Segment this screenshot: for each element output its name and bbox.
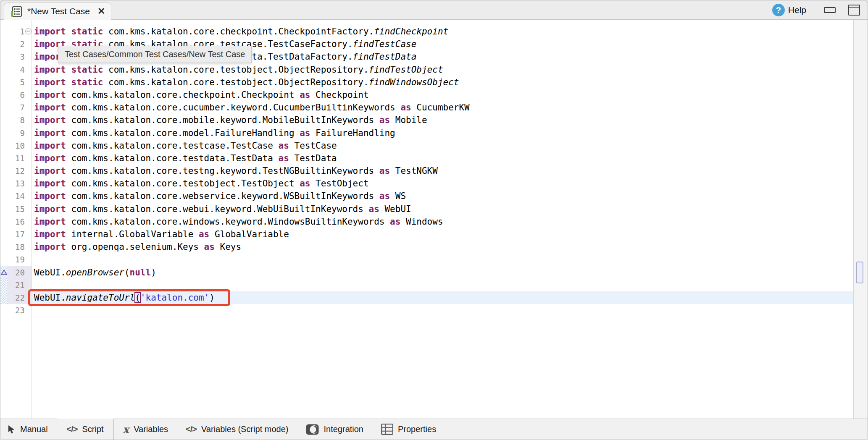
fold-margin-cell bbox=[25, 190, 32, 202]
fold-margin-cell bbox=[25, 279, 32, 291]
code-text[interactable]: import com.kms.katalon.core.cucumber.key… bbox=[32, 101, 853, 114]
question-icon: ? bbox=[772, 4, 785, 16]
code-icon: </> bbox=[186, 424, 197, 434]
fold-margin-cell bbox=[25, 215, 32, 228]
fold-margin-cell bbox=[25, 152, 32, 165]
code-text[interactable]: import static com.kms.katalon.core.check… bbox=[32, 25, 853, 38]
line-number: 11 bbox=[7, 152, 25, 165]
code-line[interactable]: 1import static com.kms.katalon.core.chec… bbox=[0, 25, 853, 38]
view-tab-label: Variables bbox=[134, 424, 168, 434]
code-line[interactable]: 4import static com.kms.katalon.core.test… bbox=[0, 63, 853, 76]
annotation-ruler-cell bbox=[0, 63, 7, 76]
code-line[interactable]: 9import com.kms.katalon.core.model.Failu… bbox=[0, 127, 853, 139]
annotation-ruler-cell bbox=[0, 38, 7, 50]
fold-margin-cell bbox=[25, 127, 32, 139]
code-editor[interactable]: 1import static com.kms.katalon.core.chec… bbox=[0, 20, 853, 419]
annotation-ruler-cell bbox=[0, 89, 7, 101]
fold-margin-cell bbox=[25, 89, 32, 101]
code-line[interactable]: 16import com.kms.katalon.core.windows.ke… bbox=[0, 215, 853, 228]
view-tab-variables[interactable]: xVariables bbox=[114, 419, 177, 440]
code-line[interactable]: 19 bbox=[0, 253, 853, 266]
maximize-icon[interactable] bbox=[848, 5, 860, 16]
code-text[interactable]: import static com.kms.katalon.core.testo… bbox=[32, 76, 853, 89]
collapse-fold-icon[interactable] bbox=[25, 28, 32, 34]
code-line[interactable]: 22WebUI.navigateToUrl('katalon.com') bbox=[0, 291, 853, 304]
code-text[interactable]: import com.kms.katalon.core.testcase.Tes… bbox=[32, 139, 853, 152]
line-number: 18 bbox=[7, 241, 25, 253]
code-text[interactable]: import com.kms.katalon.core.testng.keywo… bbox=[32, 165, 853, 177]
fold-margin-cell bbox=[25, 203, 32, 215]
code-line[interactable]: 5import static com.kms.katalon.core.test… bbox=[0, 76, 853, 89]
code-line[interactable]: 18import org.openqa.selenium.Keys as Key… bbox=[0, 241, 853, 253]
code-line[interactable]: 20WebUI.openBrowser(null) bbox=[0, 266, 853, 279]
annotation-ruler-cell bbox=[0, 279, 7, 291]
code-text[interactable] bbox=[32, 253, 853, 266]
view-tab-variables-script-mode[interactable]: </>Variables (Script mode) bbox=[177, 419, 297, 440]
integration-icon bbox=[306, 424, 319, 435]
view-tab-label: Properties bbox=[398, 424, 436, 434]
view-tab-integration[interactable]: Integration bbox=[297, 419, 372, 440]
code-text[interactable]: import com.kms.katalon.core.checkpoint.C… bbox=[32, 89, 853, 101]
line-number: 22 bbox=[7, 291, 25, 304]
overview-ruler-marker[interactable] bbox=[856, 262, 863, 283]
code-line[interactable]: 7import com.kms.katalon.core.cucumber.ke… bbox=[0, 101, 853, 114]
line-number: 21 bbox=[7, 279, 25, 291]
code-text[interactable]: import com.kms.katalon.core.windows.keyw… bbox=[32, 215, 853, 228]
code-line[interactable]: 8import com.kms.katalon.core.mobile.keyw… bbox=[0, 114, 853, 126]
code-text[interactable]: import com.kms.katalon.core.webservice.k… bbox=[32, 190, 853, 202]
code-text[interactable]: import com.kms.katalon.core.mobile.keywo… bbox=[32, 114, 853, 126]
code-text[interactable]: WebUI.navigateToUrl('katalon.com') bbox=[32, 291, 853, 304]
annotation-ruler-cell bbox=[0, 291, 7, 304]
view-tab-manual[interactable]: Manual bbox=[0, 419, 57, 440]
code-line[interactable]: 12import com.kms.katalon.core.testng.key… bbox=[0, 165, 853, 177]
code-line[interactable]: 21 bbox=[0, 279, 853, 291]
editor-tab-strip: *New Test Case ✕ ? Help bbox=[0, 0, 868, 20]
fold-margin-cell bbox=[25, 165, 32, 177]
code-line[interactable]: 11import com.kms.katalon.core.testdata.T… bbox=[0, 152, 853, 165]
line-number: 13 bbox=[7, 177, 25, 190]
line-number: 19 bbox=[7, 253, 25, 266]
close-icon[interactable]: ✕ bbox=[97, 7, 105, 16]
view-tab-bar: Manual</>ScriptxVariables</>Variables (S… bbox=[0, 419, 868, 440]
code-line[interactable]: 14import com.kms.katalon.core.webservice… bbox=[0, 190, 853, 202]
code-text[interactable]: import org.openqa.selenium.Keys as Keys bbox=[32, 241, 853, 253]
fold-margin-cell bbox=[25, 63, 32, 76]
overview-ruler[interactable] bbox=[853, 20, 868, 419]
line-number: 14 bbox=[7, 190, 25, 202]
code-text[interactable]: import internal.GlobalVariable as Global… bbox=[32, 228, 853, 241]
line-number: 2 bbox=[7, 38, 25, 50]
view-tab-label: Script bbox=[82, 424, 104, 434]
annotation-ruler-cell bbox=[0, 177, 7, 190]
code-text[interactable] bbox=[32, 304, 853, 317]
code-line[interactable]: 13import com.kms.katalon.core.testobject… bbox=[0, 177, 853, 190]
view-tab-properties[interactable]: Properties bbox=[372, 419, 445, 440]
view-tab-script[interactable]: </>Script bbox=[57, 419, 114, 440]
code-lines: 1import static com.kms.katalon.core.chec… bbox=[0, 25, 853, 317]
code-line[interactable]: 10import com.kms.katalon.core.testcase.T… bbox=[0, 139, 853, 152]
line-number: 5 bbox=[7, 76, 25, 89]
minimize-icon[interactable] bbox=[824, 7, 836, 13]
help-button[interactable]: ? Help bbox=[772, 4, 806, 16]
code-text[interactable]: import com.kms.katalon.core.testdata.Tes… bbox=[32, 152, 853, 165]
line-number: 6 bbox=[7, 89, 25, 101]
annotation-ruler-cell bbox=[0, 228, 7, 241]
annotation-ruler-cell bbox=[0, 25, 7, 38]
code-text[interactable]: import com.kms.katalon.core.model.Failur… bbox=[32, 127, 853, 139]
code-line[interactable]: 17import internal.GlobalVariable as Glob… bbox=[0, 228, 853, 241]
annotation-ruler-cell bbox=[0, 215, 7, 228]
code-text[interactable]: WebUI.openBrowser(null) bbox=[32, 266, 853, 279]
fold-margin-cell bbox=[25, 101, 32, 114]
line-number: 15 bbox=[7, 203, 25, 215]
code-line[interactable]: 23 bbox=[0, 304, 853, 317]
editor-tab-new-test-case[interactable]: *New Test Case ✕ bbox=[4, 3, 111, 20]
fold-margin-cell bbox=[25, 228, 32, 241]
code-text[interactable]: import static com.kms.katalon.core.testo… bbox=[32, 63, 853, 76]
code-line[interactable]: 6import com.kms.katalon.core.checkpoint.… bbox=[0, 89, 853, 101]
annotation-ruler-cell bbox=[0, 152, 7, 165]
code-text[interactable] bbox=[32, 279, 853, 291]
code-text[interactable]: import com.kms.katalon.core.testobject.T… bbox=[32, 177, 853, 190]
view-tab-label: Integration bbox=[324, 424, 363, 434]
code-line[interactable]: 15import com.kms.katalon.core.webui.keyw… bbox=[0, 203, 853, 215]
code-text[interactable]: import com.kms.katalon.core.webui.keywor… bbox=[32, 203, 853, 215]
line-number: 17 bbox=[7, 228, 25, 241]
